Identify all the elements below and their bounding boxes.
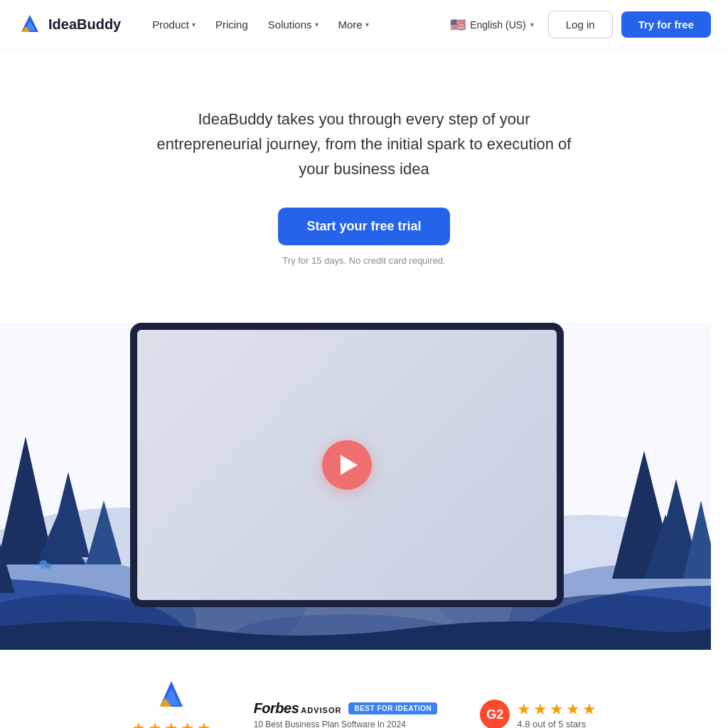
trial-note: Try for 15 days. No credit card required… bbox=[282, 255, 445, 266]
nav-links: Product ▾ Pricing Solutions ▾ More ▾ bbox=[144, 13, 444, 36]
login-button[interactable]: Log in bbox=[548, 11, 613, 38]
navigation: IdeaBuddy Product ▾ Pricing Solutions ▾ … bbox=[0, 0, 728, 50]
nav-more[interactable]: More ▾ bbox=[330, 13, 378, 36]
g2-badge: G2 ★ ★ ★ ★ ★ 4.8 out of 5 stars bbox=[480, 700, 596, 728]
ideabuddy-logo-icon bbox=[154, 678, 188, 712]
video-inner bbox=[137, 330, 557, 600]
logo-icon bbox=[17, 12, 43, 38]
play-button[interactable] bbox=[322, 440, 372, 490]
language-selector[interactable]: 🇺🇸 English (US) ▾ bbox=[444, 11, 540, 38]
nav-product[interactable]: Product ▾ bbox=[144, 13, 204, 36]
nav-solutions[interactable]: Solutions ▾ bbox=[259, 13, 327, 36]
flag-icon: 🇺🇸 bbox=[450, 17, 466, 33]
video-container bbox=[0, 323, 711, 607]
nav-pricing[interactable]: Pricing bbox=[207, 13, 257, 36]
ideabuddy-stars: ★ ★ ★ ★ ★ bbox=[132, 719, 211, 728]
chevron-down-icon: ▾ bbox=[530, 21, 534, 28]
start-trial-button[interactable]: Start your free trial bbox=[278, 208, 449, 245]
play-icon bbox=[341, 455, 358, 475]
logo-link[interactable]: IdeaBuddy bbox=[17, 12, 121, 38]
logo-text: IdeaBuddy bbox=[48, 16, 121, 33]
chevron-down-icon: ▾ bbox=[315, 21, 318, 28]
g2-score: 4.8 out of 5 stars bbox=[517, 719, 596, 728]
forbes-description: 10 Best Business Plan Software In 2024 bbox=[254, 719, 406, 728]
badges-section: ★ ★ ★ ★ ★ 4.7 out of 5 stars Forbes ADVI… bbox=[0, 650, 728, 728]
hero-description: IdeaBuddy takes you through every step o… bbox=[144, 107, 584, 182]
forbes-name: Forbes bbox=[254, 700, 299, 717]
video-player[interactable] bbox=[130, 323, 564, 607]
forbes-badge: Forbes ADVISOR BEST FOR IDEATION 10 Best… bbox=[254, 700, 438, 728]
nav-right: 🇺🇸 English (US) ▾ Log in Try for free bbox=[444, 11, 711, 38]
video-wrapper bbox=[0, 323, 711, 650]
ideabuddy-badge: ★ ★ ★ ★ ★ 4.7 out of 5 stars bbox=[132, 678, 211, 728]
try-free-button[interactable]: Try for free bbox=[621, 11, 711, 38]
forbes-best-badge: BEST FOR IDEATION bbox=[348, 702, 437, 714]
chevron-down-icon: ▾ bbox=[365, 21, 369, 28]
g2-logo: G2 bbox=[480, 700, 510, 728]
forbes-advisor: ADVISOR bbox=[301, 706, 341, 714]
g2-stars: ★ ★ ★ ★ ★ bbox=[517, 700, 596, 719]
chevron-down-icon: ▾ bbox=[192, 21, 196, 28]
hero-section: IdeaBuddy takes you through every step o… bbox=[0, 50, 728, 323]
